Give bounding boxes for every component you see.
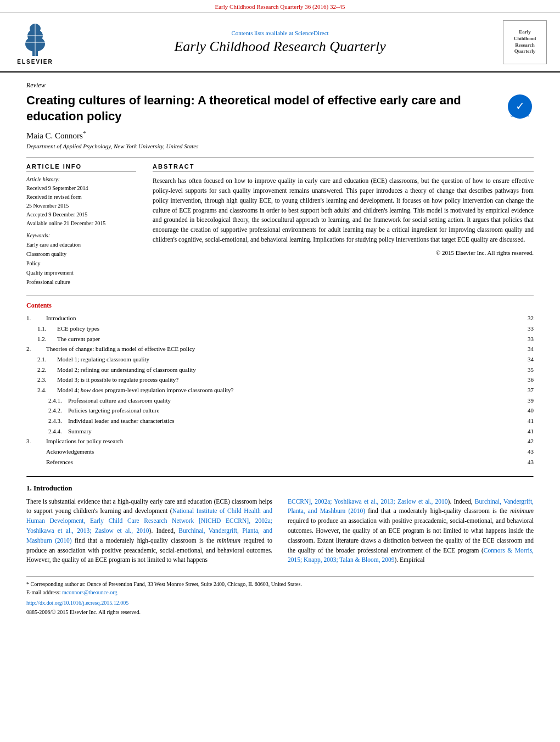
toc-table: 1. Introduction 32 1.1. ECE policy types… — [26, 313, 534, 467]
toc-item-1-2: 1.2. The current paper 33 — [26, 334, 534, 344]
abstract-title: ABSTRACT — [153, 163, 534, 172]
section-divider — [26, 157, 534, 158]
toc-item-references: References 43 — [26, 457, 534, 467]
crossmark-icon[interactable]: ✓ CrossMark — [506, 93, 534, 120]
article-history-label: Article history: — [26, 176, 136, 182]
eccrn-link[interactable]: ECCRN], 2002a; Yoshikawa et al., 2013; Z… — [288, 498, 448, 505]
article-type-label: Review — [26, 81, 534, 90]
keywords-label: Keywords: — [26, 232, 136, 238]
toc-item-1-1: 1.1. ECE policy types 33 — [26, 323, 534, 334]
introduction-section: 1. Introduction There is substantial evi… — [26, 484, 534, 570]
author-affiliation: Department of Applied Psychology, New Yo… — [26, 143, 534, 149]
main-content: Review Creating cultures of learning: A … — [0, 72, 560, 625]
intro-left-col: There is substantial evidence that a hig… — [26, 497, 272, 570]
author-email[interactable]: mconnors@theounce.org — [62, 589, 117, 595]
abstract-text: Research has often focused on how to imp… — [153, 176, 534, 258]
section-divider-2 — [26, 476, 534, 477]
contents-heading: Contents — [26, 302, 534, 310]
toc-item-2: 2. Theories of change: building a model … — [26, 344, 534, 354]
email-line: E-mail address: mconnors@theounce.org — [26, 588, 534, 596]
footnote-section: * Corresponding author at: Ounce of Prev… — [26, 576, 534, 616]
toc-item-2-4-4: 2.4.4. Summary 41 — [26, 426, 534, 437]
journal-header: ELSEVIER Contents lists available at Sci… — [0, 13, 560, 72]
paper-title: Creating cultures of learning: A theoret… — [26, 93, 495, 124]
introduction-heading: 1. Introduction — [26, 484, 534, 493]
ecrq-badge-area: EarlyChildhoodResearchQuarterly — [486, 20, 547, 64]
article-info: ARTICLE INFO Article history: Received 9… — [26, 163, 136, 287]
corresponding-author: * Corresponding author at: Ounce of Prev… — [26, 580, 534, 588]
author-name: Maia C. Connors* — [26, 130, 534, 141]
article-info-title: ARTICLE INFO — [26, 163, 136, 172]
toc-item-2-4-2: 2.4.2. Policies targeting professional c… — [26, 405, 534, 416]
toc-item-1: 1. Introduction 32 — [26, 313, 534, 323]
toc-item-3: 3. Implications for policy research 42 — [26, 436, 534, 447]
toc-item-2-1: 2.1. Model 1; regulating classroom quali… — [26, 354, 534, 365]
sciencedirect-link[interactable]: Contents lists available at ScienceDirec… — [85, 30, 475, 36]
keywords-list: Early care and education Classroom quali… — [26, 240, 136, 287]
connors-link[interactable]: Connors & Morris, 2015; Knapp, 2003; Tal… — [288, 547, 534, 564]
svg-text:✓: ✓ — [516, 100, 525, 112]
elsevier-wordmark: ELSEVIER — [17, 59, 53, 65]
toc-item-2-4: 2.4. Model 4; how does program-level reg… — [26, 385, 534, 395]
toc-item-2-2: 2.2. Model 2; refining our understanding… — [26, 365, 534, 375]
toc-item-acknowledgements: Acknowledgements 43 — [26, 447, 534, 457]
issn-line: 0885-2006/© 2015 Elsevier Inc. All right… — [26, 608, 534, 616]
journal-title: Early Childhood Research Quarterly — [85, 38, 475, 55]
abstract: ABSTRACT Research has often focused on h… — [153, 163, 534, 287]
doi-link[interactable]: http://dx.doi.org/10.1016/j.ecresq.2015.… — [26, 599, 534, 607]
journal-title-area: Contents lists available at ScienceDirec… — [74, 30, 486, 55]
ecrq-badge: EarlyChildhoodResearchQuarterly — [503, 20, 547, 64]
elsevier-tree-icon — [13, 19, 57, 58]
toc-item-2-4-3: 2.4.3. Individual leader and teacher cha… — [26, 416, 534, 426]
divider-2 — [26, 295, 534, 296]
copyright-notice: © 2015 Elsevier Inc. All rights reserved… — [153, 248, 534, 258]
intro-right-col: ECCRN], 2002a; Yoshikawa et al., 2013; Z… — [288, 497, 534, 570]
svg-text:CrossMark: CrossMark — [511, 114, 529, 118]
journal-citation: Early Childhood Research Quarterly 36 (2… — [0, 0, 560, 13]
intro-body: There is substantial evidence that a hig… — [26, 497, 534, 570]
elsevier-logo: ELSEVIER — [13, 19, 74, 65]
article-info-abstract: ARTICLE INFO Article history: Received 9… — [26, 163, 534, 287]
toc-item-2-4-1: 2.4.1. Professional culture and classroo… — [26, 395, 534, 406]
toc-item-2-3: 2.3. Model 3; is it possible to regulate… — [26, 375, 534, 385]
paper-title-row: Creating cultures of learning: A theoret… — [26, 93, 534, 124]
table-of-contents: Contents 1. Introduction 32 1.1. ECE pol… — [26, 302, 534, 467]
article-history-dates: Received 9 September 2014 Received in re… — [26, 184, 136, 228]
